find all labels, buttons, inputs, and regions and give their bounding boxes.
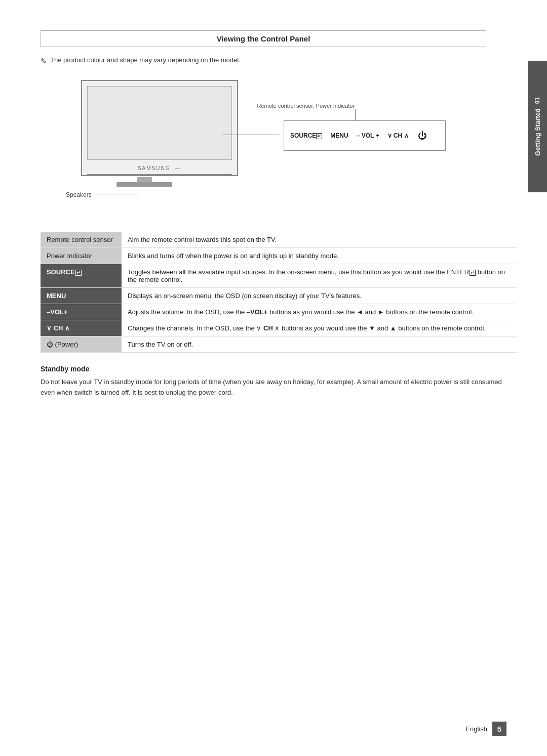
- table-cell-desc: Aim the remote control towards this spot…: [122, 232, 517, 248]
- table-cell-desc: Toggles between all the available input …: [122, 264, 517, 288]
- tv-stand: [116, 177, 172, 191]
- sidebar-label: Getting Started: [534, 108, 541, 156]
- table-cell-desc: Displays an on-screen menu, the OSD (on …: [122, 288, 517, 304]
- speakers-label: Speakers: [66, 191, 92, 198]
- note-text: The product colour and shape may vary de…: [50, 56, 241, 64]
- table-cell-label: Power Indicator: [41, 248, 122, 264]
- page-footer: English 5: [465, 722, 506, 736]
- note-line: ✎ The product colour and shape may vary …: [41, 56, 506, 66]
- menu-button-display: MENU: [330, 132, 348, 139]
- table-cell-label: Remote control sensor: [41, 232, 122, 248]
- table-cell-label: –VOL+: [41, 304, 122, 320]
- page-number: 5: [492, 722, 506, 736]
- section-title: Viewing the Control Panel: [41, 30, 486, 47]
- source-button-display: SOURCE↵: [290, 132, 322, 139]
- callout-label: Remote control sensor, Power Indicator: [257, 103, 355, 109]
- sidebar-tab: 01 Getting Started: [528, 61, 547, 192]
- sidebar-number: 01: [534, 97, 541, 104]
- note-icon: ✎: [41, 57, 47, 66]
- speaker-line: [97, 194, 138, 194]
- tv-diagram: SAMSUNG — Speakers Remote control sensor…: [51, 75, 446, 217]
- standby-text: Do not leave your TV in standby mode for…: [41, 377, 506, 398]
- tv-illustration: SAMSUNG —: [66, 80, 258, 191]
- tv-screen-outer: SAMSUNG —: [81, 80, 238, 176]
- standby-section: Standby mode Do not leave your TV in sta…: [41, 365, 506, 398]
- table-row: ⏻ (Power) Turns the TV on or off.: [41, 337, 517, 353]
- table-cell-label: ⏻ (Power): [41, 337, 122, 353]
- tv-brand-label: SAMSUNG —: [138, 165, 181, 171]
- table-cell-label: ∨ CH ∧: [41, 320, 122, 337]
- vol-button-display: – VOL +: [357, 132, 379, 139]
- table-row: ∨ CH ∧ Changes the channels. In the OSD,…: [41, 320, 517, 337]
- table-row: –VOL+ Adjusts the volume. In the OSD, us…: [41, 304, 517, 320]
- control-table: Remote control sensor Aim the remote con…: [41, 232, 517, 353]
- table-row: MENU Displays an on-screen menu, the OSD…: [41, 288, 517, 304]
- table-row: SOURCE↵ Toggles between all the availabl…: [41, 264, 517, 288]
- tv-bezel-bottom: [87, 174, 232, 175]
- ch-button-display: ∨ CH ∧: [387, 132, 409, 139]
- table-cell-desc: Adjusts the volume. In the OSD, use the …: [122, 304, 517, 320]
- control-buttons-panel: SOURCE↵ MENU – VOL + ∨ CH ∧ ⏻: [284, 120, 446, 151]
- tv-screen-inner: [87, 86, 232, 160]
- table-row: Remote control sensor Aim the remote con…: [41, 232, 517, 248]
- page-container: 01 Getting Started Viewing the Control P…: [0, 0, 547, 756]
- table-cell-desc: Turns the TV on or off.: [122, 337, 517, 353]
- table-cell-label: MENU: [41, 288, 122, 304]
- connector-line: [222, 135, 279, 135]
- standby-title: Standby mode: [41, 365, 506, 373]
- table-cell-desc: Blinks and turns off when the power is o…: [122, 248, 517, 264]
- power-button-display: ⏻: [418, 131, 427, 141]
- table-cell-label: SOURCE↵: [41, 264, 122, 288]
- table-row: Power Indicator Blinks and turns off whe…: [41, 248, 517, 264]
- footer-language: English: [465, 725, 487, 733]
- table-cell-desc: Changes the channels. In the OSD, use th…: [122, 320, 517, 337]
- tv-stand-base: [116, 182, 172, 187]
